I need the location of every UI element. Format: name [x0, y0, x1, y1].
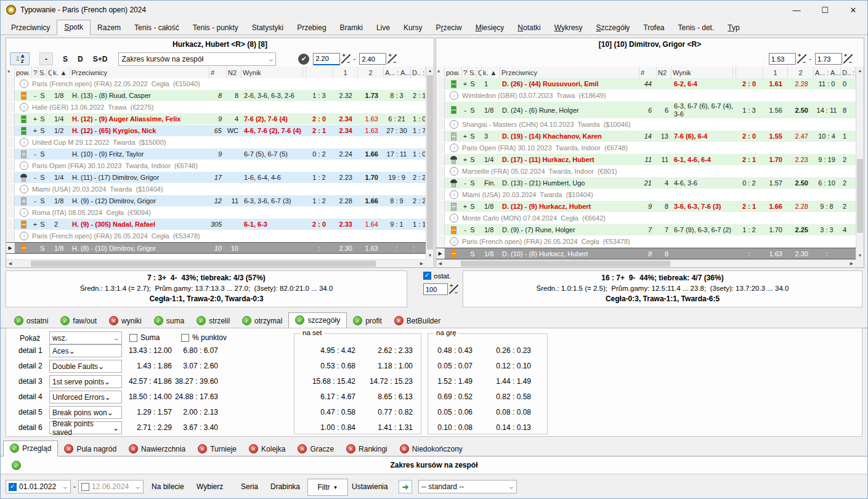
scroll-up-icon[interactable]: ▲	[856, 67, 864, 75]
bottom-tab-pula-nagród[interactable]: ✕Pula nagród	[58, 442, 123, 456]
detail-tab-suma[interactable]: ✓suma	[148, 314, 190, 328]
match-row[interactable]: +S1/4D. (17) - (11) Hurkacz, Hubert11116…	[436, 154, 856, 166]
tournament-group-row[interactable]: ↓Paris Open (FRA) 30.10.2023 Twarda, Ind…	[6, 160, 426, 172]
collapse-icon[interactable]: ↓	[20, 79, 28, 88]
column-header-round-cell[interactable]: k. ▲	[482, 67, 500, 78]
singles-doubles-filter-button[interactable]: S+D	[93, 55, 108, 63]
detail-tab-otrzymal[interactable]: ✓otrzymal	[236, 314, 288, 328]
menu-tab-tenis-całość[interactable]: Tenis - całość	[128, 21, 186, 35]
collapse-icon[interactable]: ↓	[20, 185, 28, 193]
menu-tab-live[interactable]: Live	[370, 21, 397, 35]
odds-to-spinner-icon[interactable]	[843, 54, 853, 63]
suma-checkbox-row[interactable]: Suma	[129, 333, 160, 342]
na-bilecie-button[interactable]: Na bilecie	[152, 482, 184, 491]
seria-button[interactable]: Seria	[241, 482, 258, 491]
odds-from-spinner-icon[interactable]	[341, 54, 351, 63]
column-header-result-cell[interactable]: Wynik	[241, 67, 303, 78]
tournament-group-row[interactable]: ↓Paris (French open) (FRA) 26.05.2024 Ce…	[436, 236, 856, 248]
column-header-detail-cell[interactable]: D.. :	[841, 67, 856, 78]
scroll-left-icon[interactable]: ◀	[436, 260, 444, 267]
detail-tab-strzelil[interactable]: ✓strzelil	[190, 314, 236, 328]
collapse-icon[interactable]: ↓	[20, 232, 28, 240]
collapse-icon[interactable]: ↓	[450, 190, 458, 199]
menu-tab-tenis-det[interactable]: Tenis - det.	[671, 21, 721, 35]
column-header-setscore-cell[interactable]	[306, 67, 333, 78]
scrollbar-thumb[interactable]	[461, 261, 670, 267]
date-to-checkbox[interactable]	[81, 483, 89, 491]
match-row[interactable]: +S1D. (26) - (44) Ruusuvuori, Emil446-2,…	[436, 78, 856, 90]
date-from-checkbox[interactable]	[9, 483, 17, 491]
last-checkbox[interactable]	[423, 272, 431, 280]
odds-to-spinner-icon[interactable]	[387, 54, 397, 63]
tournament-group-row[interactable]: ↓Paris (French open) (FRA) 22.05.2022 Ce…	[6, 78, 426, 90]
bottom-tab-gracze[interactable]: ✕Gracze	[291, 442, 340, 456]
column-header-singles-cell[interactable]: S.	[38, 67, 47, 78]
tournament-group-row[interactable]: ↓Miami (USA) 20.03.2024 Twarda ($10404)	[436, 189, 856, 201]
close-button[interactable]: ✕	[839, 1, 867, 19]
bottom-tab-przegląd[interactable]: ✓Przegląd	[3, 440, 58, 456]
tournament-group-row[interactable]: ↓Roma (ITA) 08.05.2024 Cegła (€9094)	[6, 207, 426, 219]
detail-tab-profit[interactable]: ✓profit	[347, 314, 388, 328]
menu-tab-typ[interactable]: Typ	[721, 21, 746, 35]
detail-tab-szczegóły[interactable]: ✓szczegóły	[288, 312, 347, 328]
suma-checkbox[interactable]	[129, 334, 137, 342]
match-row[interactable]: -S1/8D. (24) - (6) Rune, Holger666-3, 6-…	[436, 102, 856, 119]
column-header-aces-cell[interactable]: A... : A...	[814, 67, 841, 78]
tournament-group-row[interactable]: ↓Miami (USA) 20.03.2024 Twarda ($10404)	[6, 184, 426, 195]
column-header-aces-cell[interactable]: A... : A...	[384, 67, 411, 78]
collapse-icon[interactable]: ↓	[20, 103, 28, 112]
menu-tab-spotk[interactable]: Spotk	[57, 20, 91, 35]
menu-tab-razem[interactable]: Razem	[91, 21, 128, 35]
scroll-left-icon[interactable]: ◀	[6, 260, 14, 267]
last-count-spinner-icon[interactable]	[449, 285, 458, 294]
column-header-n2-cell[interactable]: N2	[657, 67, 671, 78]
column-header-rank-cell[interactable]: #	[639, 67, 657, 78]
tournament-group-row[interactable]: ↓Paris Open (FRA) 30.10.2023 Twarda, Ind…	[436, 142, 856, 154]
tournament-group-row[interactable]: ↓Paris (French open) (FRA) 26.05.2024 Ce…	[6, 230, 426, 242]
menu-tab-trofea[interactable]: Trofea	[636, 21, 671, 35]
collapse-icon[interactable]: ↓	[450, 91, 458, 100]
show-select[interactable]: wsz.⌄	[49, 331, 122, 344]
detail-tab-faw-out[interactable]: ✓faw/out	[54, 314, 103, 328]
menu-tab-miesięcy[interactable]: Miesięcy	[469, 21, 511, 35]
bottom-tab-turnieje[interactable]: ✕Turnieje	[192, 442, 243, 456]
odds-to-input[interactable]	[359, 53, 386, 65]
column-header-opponent-cell[interactable]: Przeciwnicy	[500, 67, 639, 78]
bottom-tab-niedokończony[interactable]: ✕Niedokończony	[394, 442, 469, 456]
match-row[interactable]: -S1/4H. (11) - (17) Dimitrov, Grigor171-…	[6, 172, 426, 184]
column-header-q-cell[interactable]: Q	[477, 67, 482, 78]
scrollbar-thumb[interactable]	[857, 159, 863, 233]
detail-tab-betbuilder[interactable]: ✕BetBuilder	[388, 314, 447, 328]
menu-tab-tenis-punkty[interactable]: Tenis - punkty	[186, 21, 245, 35]
date-from-select[interactable]: 01.01.2022 ⌄	[6, 480, 71, 493]
match-row[interactable]: ▶S1/8D. (10) - (8) Hurkacz, Hubert88:1.6…	[436, 248, 856, 259]
detail-tab-wyniki[interactable]: ✕wyniki	[103, 314, 148, 328]
scroll-down-icon[interactable]: ▼	[426, 251, 434, 259]
column-header-sign-cell[interactable]: ?	[32, 67, 38, 78]
column-header-surface-cell[interactable]: pow. ...	[15, 67, 32, 78]
odds-range-select[interactable]: Zakres kursów na zespół⌄	[118, 52, 276, 66]
right-horizontal-scrollbar[interactable]: ◀ ▶	[436, 259, 856, 267]
collapse-icon[interactable]: ↓	[450, 167, 458, 176]
column-header-odds1-cell[interactable]: 1	[333, 67, 358, 78]
column-header-opponent-cell[interactable]: Przeciwnicy	[70, 67, 209, 78]
left-horizontal-scrollbar[interactable]: ◀ ▶	[6, 259, 426, 267]
column-header-round-cell[interactable]: k. ▲	[52, 67, 70, 78]
collapse-icon[interactable]: ↓	[20, 161, 28, 170]
match-row[interactable]: -S1/8H. (13) - (8) Ruud, Casper882-6, 3-…	[6, 90, 426, 102]
column-header-result-cell[interactable]: Wynik	[671, 67, 733, 78]
menu-tab-kursy[interactable]: Kursy	[397, 21, 429, 35]
scroll-up-icon[interactable]: ▲	[426, 67, 434, 75]
tournament-group-row[interactable]: ↓Marseille (FRA) 05.02.2024 Twarda, Indo…	[436, 166, 856, 177]
doubles-filter-button[interactable]: D	[78, 55, 83, 63]
tournament-group-row[interactable]: ↓Wimbledon (GBR) 03.07.2023 Trawa (€1864…	[436, 90, 856, 102]
percent-points-checkbox-row[interactable]: % punktov	[181, 333, 227, 342]
last-count-input[interactable]	[423, 283, 448, 295]
singles-filter-button[interactable]: S	[63, 55, 68, 63]
tournament-group-row[interactable]: ↓United Cup M 29.12.2022 Twarda ($15000)	[6, 137, 426, 148]
bottom-tab-kolejka[interactable]: ✕Kolejka	[243, 442, 291, 456]
odds-from-input[interactable]	[769, 53, 796, 65]
scrollbar-thumb[interactable]	[31, 261, 376, 267]
column-header-surface-cell[interactable]: pow. ...	[445, 67, 462, 78]
column-header-odds2-cell[interactable]: 2	[358, 67, 384, 78]
